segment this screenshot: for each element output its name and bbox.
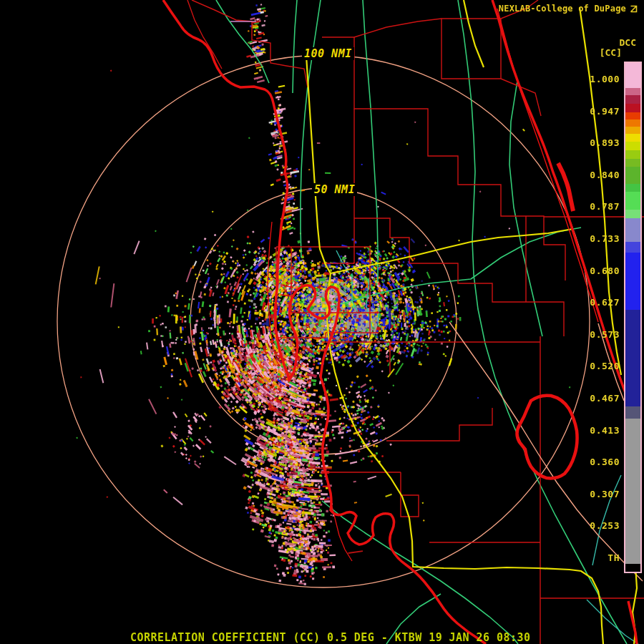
county-line [192,0,308,87]
colorbar-segment [625,159,640,167]
colorbar-tick-label: 0.947 [577,107,620,117]
basemap [0,0,644,644]
colorbar-tick-label: 0.253 [577,521,620,531]
colorbar-segment [625,150,640,159]
colorbar-segment [625,218,640,242]
county-line [354,19,441,37]
colorbar-tick-label: 0.840 [577,170,620,180]
colorbar-tick-label: 0.413 [577,426,620,436]
colorbar-segment [625,104,640,112]
colorbar-segment [625,242,640,253]
coastline [163,0,637,644]
colorbar-segment [625,210,640,218]
river-lines [216,0,627,644]
colorbar-tick-label: 0.307 [577,489,620,499]
county-line [322,342,540,374]
colorbar-segment [625,112,640,119]
county-line [386,408,492,441]
colorbar-segment [625,63,640,88]
colorbar [624,62,642,573]
county-line [441,0,541,116]
county-line [354,218,526,302]
range-ring-label-50nmi: 50 NMI [312,183,357,196]
colorbar-tick-label: 0.360 [577,457,620,467]
colorbar-segment [625,95,640,104]
colorbar-segment [625,310,640,406]
colorbar-segment [625,406,640,419]
barrier-islands [268,222,352,561]
colorbar-units-label: [CC] [600,47,622,58]
interstate-75 [306,56,603,644]
southeast-coastline [628,601,637,644]
colorbar-segment [625,134,640,142]
colorbar-segment [625,127,640,134]
colorbar-segment [625,419,640,564]
colorbar-segment [625,88,640,95]
river [363,0,378,282]
river [293,0,297,93]
colorbar-tick-label: 0.467 [577,394,620,404]
product-caption: CORRELATION COEFFICIENT (CC) 0.5 DEG - K… [130,631,530,644]
river [322,501,518,644]
colorbar-segment [625,167,640,184]
colorbar-segment [625,119,640,127]
interstate-4 [331,229,572,273]
colorbar-segment [625,184,640,192]
colorbar-segment [625,192,640,210]
lake-okeechobee [517,396,577,479]
county-line [322,37,565,280]
colorbar-segment [625,253,640,310]
county-lines [187,0,644,644]
colorbar-tick-label: 0.680 [577,266,620,276]
interstate-lines [306,0,637,644]
colorbar-tick-label: 0.573 [577,330,620,340]
colorbar-tick-label: 0.787 [577,202,620,212]
west-coastline [163,0,486,644]
river [322,228,581,309]
colorbar-tick-label: 0.520 [577,361,620,371]
colorbar-tick-label: 0.733 [577,234,620,244]
site-header: NEXLAB-College of DuPage [499,4,638,14]
colorbar-tick-label: 1.000 [577,74,620,84]
radar-viewer: { "header": { "title": "NEXLAB-College o… [0,0,644,644]
county-line [187,0,222,69]
range-ring-label-100nmi: 100 NMI [302,47,354,60]
county-line [322,472,419,517]
colorbar-tick-label: 0.893 [577,138,620,148]
colorbar-tick-label: 0.627 [577,298,620,308]
colorbar-product-label: DCC [620,37,636,48]
colorbar-segment [625,564,640,572]
colorbar-tick-label: TH [577,553,620,563]
colorbar-segment [625,142,640,150]
site-title: NEXLAB-College of DuPage [499,4,626,14]
cod-logo-glyph [629,4,638,14]
